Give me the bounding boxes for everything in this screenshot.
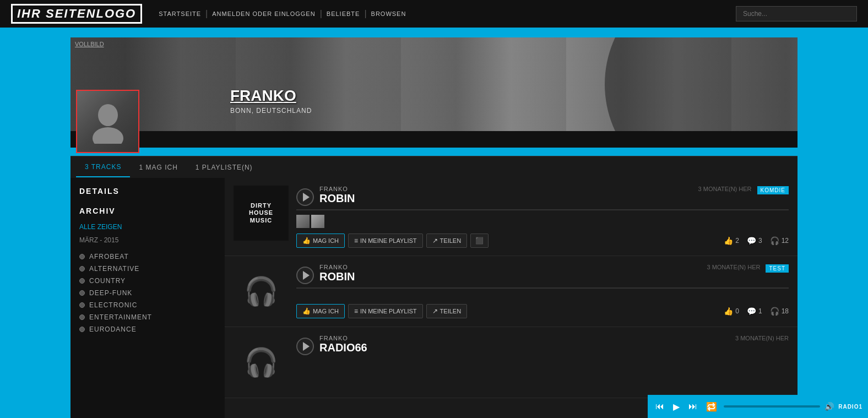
playlist-button-2[interactable]: ≡ IN MEINE PLAYLIST [348, 304, 423, 318]
details-title: DETAILS [79, 187, 216, 196]
teilen-button-2[interactable]: ↗ TEILEN [426, 304, 468, 318]
track-main-1: FRANKO ROBIN 3 MONATE(N) HER KOMDIE [296, 186, 789, 248]
avatar-face-icon [91, 100, 124, 144]
headphone-icon-stat-1: 🎧 [770, 236, 779, 245]
track-artist-3: FRANKO [319, 335, 367, 341]
profile-banner [70, 37, 798, 131]
playlist-label-2: IN MEINE PLAYLIST [360, 308, 417, 314]
track-artwork-1: DIRTY HOUSE MUSIC [234, 186, 289, 241]
track-artist-1: FRANKO [319, 186, 355, 192]
tab-tracks[interactable]: 3 TRACKS [76, 158, 130, 177]
share-icon-1: ↗ [432, 237, 438, 245]
track-info-2: FRANKO ROBIN [319, 264, 355, 286]
more-icon-1: ⬛ [475, 237, 484, 245]
genre-item-alternative[interactable]: ALTERNATIVE [79, 265, 216, 273]
nav-beliebte[interactable]: BELIEBTE [327, 10, 360, 17]
player-label: RADIO1 [838, 404, 862, 410]
track-info-3: FRANKO RADIO66 [319, 335, 367, 357]
plays-count-1: 12 [782, 237, 789, 245]
track-tag-1: KOMDIE [757, 186, 789, 194]
track-actions-2: 👍 MAG ICH ≡ IN MEINE PLAYLIST ↗ [296, 304, 467, 318]
play-icon-1 [303, 193, 310, 202]
genre-label-entertainment: ENTERTAINMENT [89, 313, 152, 321]
headphone-artwork-icon-2: 🎧 [244, 275, 278, 307]
track-header-1: DIRTY HOUSE MUSIC [234, 186, 789, 248]
stat-likes-1: 👍 2 [724, 236, 739, 245]
svg-point-0 [98, 104, 118, 126]
logo: IHR SEITENLOGO [11, 4, 142, 24]
track-top-row-3: FRANKO RADIO66 3 MONATE(N) HER [296, 335, 789, 357]
play-button-2[interactable] [296, 267, 314, 284]
track-artwork-2: 🎧 [234, 264, 289, 319]
tab-playlisten[interactable]: 1 PLAYLISTE(N) [187, 158, 262, 177]
topnav: IHR SEITENLOGO STARTSEITE | ANMELDEN ODE… [0, 0, 868, 28]
player-prev-button[interactable]: ⏮ [653, 401, 666, 411]
nav-links: STARTSEITE | ANMELDEN ODER EINLOGGEN | B… [159, 9, 736, 19]
track-header-2: 🎧 FRANKO [234, 264, 789, 319]
track-tag-2: TEST [766, 264, 789, 273]
nav-startseite[interactable]: STARTSEITE [159, 10, 201, 17]
avatar [76, 90, 139, 153]
artwork-text-line3: MUSIC [250, 217, 272, 224]
genre-item-deep-funk[interactable]: DEEP-FUNK [79, 289, 216, 297]
play-button-1[interactable] [296, 188, 314, 206]
player-progress[interactable] [724, 405, 820, 408]
teilen-button-1[interactable]: ↗ TEILEN [426, 234, 468, 248]
mag-ich-button-2[interactable]: 👍 MAG ICH [296, 304, 345, 318]
track-list: DIRTY HOUSE MUSIC [225, 178, 798, 418]
track-timestamp-1: 3 MONATE(N) HER [698, 186, 752, 192]
search-input[interactable] [736, 6, 857, 21]
track-actions-1: 👍 MAG ICH ≡ IN MEINE PLAYLIST ↗ [296, 234, 489, 248]
tab-mag-ich[interactable]: 1 MAG ICH [130, 158, 186, 177]
player-volume-icon: 🔊 [824, 402, 834, 411]
genre-dot-country [79, 278, 85, 284]
track-item-2: 🎧 FRANKO [225, 256, 798, 327]
nav-anmelden[interactable]: ANMELDEN ODER EINLOGGEN [212, 10, 315, 17]
genre-dot-afrobeat [79, 254, 85, 259]
playlist-icon-2: ≡ [354, 307, 358, 315]
profile-name: FRANKO [230, 87, 312, 105]
mini-avatar-1a [296, 215, 310, 228]
content-wrapper: VOLLBILD FRANKO BONN, D [70, 37, 798, 418]
share-icon-2: ↗ [432, 307, 438, 315]
player-play-button[interactable]: ▶ [671, 401, 682, 412]
genre-list: AFROBEAT ALTERNATIVE COUNTRY DEEP-FUNK [79, 253, 216, 333]
track-top-row-2: FRANKO ROBIN 3 MONATE(N) HER TEST [296, 264, 789, 286]
thumbs-up-icon-1: 👍 [302, 237, 311, 245]
track-artist-2: FRANKO [319, 264, 355, 270]
player-repeat-button[interactable]: 🔁 [704, 401, 719, 412]
alle-zeigen-link[interactable]: ALLE ZEIGEN [79, 223, 216, 231]
comment-icon-1: 💬 [747, 236, 756, 245]
headphone-artwork-icon-3: 🎧 [244, 346, 278, 378]
vollbild-link[interactable]: VOLLBILD [75, 41, 104, 47]
genre-item-eurodance[interactable]: EURODANCE [79, 325, 216, 333]
track-title-1: ROBIN [319, 192, 355, 205]
tabs-bar: 3 TRACKS 1 MAG ICH 1 PLAYLISTE(N) [70, 156, 798, 178]
playlist-button-1[interactable]: ≡ IN MEINE PLAYLIST [348, 234, 423, 248]
playlist-icon-1: ≡ [354, 237, 358, 245]
track-main-2: FRANKO ROBIN 3 MONATE(N) HER TEST [296, 264, 789, 318]
more-button-1[interactable]: ⬛ [470, 234, 489, 248]
playlist-label-1: IN MEINE PLAYLIST [360, 237, 417, 244]
genre-item-entertainment[interactable]: ENTERTAINMENT [79, 313, 216, 321]
player-bar: ⏮ ▶ ⏭ 🔁 🔊 RADIO1 [648, 395, 868, 418]
track-timestamp-3: 3 MONATE(N) HER [735, 335, 789, 341]
genre-item-country[interactable]: COUNTRY [79, 277, 216, 285]
track-main-3: FRANKO RADIO66 3 MONATE(N) HER [296, 335, 789, 359]
likes-count-2: 0 [735, 307, 739, 315]
player-next-button[interactable]: ⏭ [686, 401, 699, 411]
sidebar: DETAILS ARCHIV ALLE ZEIGEN MÄRZ - 2015 A… [70, 178, 225, 418]
genre-item-electronic[interactable]: ELECTRONIC [79, 301, 216, 309]
avatar-inner [77, 91, 138, 152]
artwork-dirty-house: DIRTY HOUSE MUSIC [234, 186, 289, 241]
genre-item-afrobeat[interactable]: AFROBEAT [79, 253, 216, 260]
play-button-3[interactable] [296, 338, 314, 355]
teilen-label-2: TEILEN [440, 308, 462, 314]
comment-icon-2: 💬 [747, 307, 756, 316]
main-container: VOLLBILD FRANKO BONN, D [0, 37, 868, 418]
nav-browsen[interactable]: BROWSEN [371, 10, 406, 17]
mag-ich-button-1[interactable]: 👍 MAG ICH [296, 234, 345, 248]
track-info-1: FRANKO ROBIN [319, 186, 355, 208]
mag-ich-label-2: MAG ICH [313, 308, 339, 314]
body-layout: DETAILS ARCHIV ALLE ZEIGEN MÄRZ - 2015 A… [70, 178, 798, 418]
